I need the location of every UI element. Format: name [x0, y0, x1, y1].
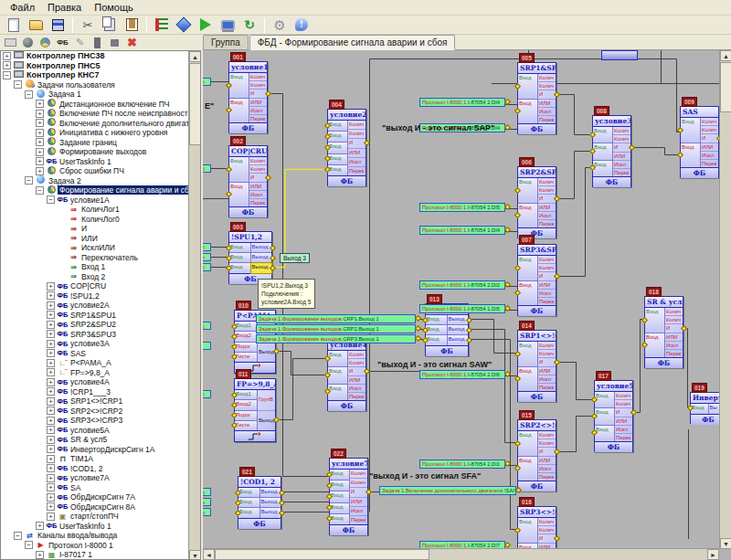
tree-item[interactable]: +ФБSR & усл5 [1, 435, 200, 445]
expand-plus-icon[interactable]: + [47, 493, 55, 502]
expand-plus-icon[interactable]: + [47, 474, 55, 482]
expand-plus-icon[interactable]: + [36, 551, 44, 559]
signal-ref-label[interactable]: Протокол I-8000 1.I-87054 1.DI4 [419, 226, 505, 235]
expand-plus-icon[interactable]: + [36, 522, 44, 530]
edge-signal-stub[interactable]: DI [203, 243, 211, 251]
tree-item[interactable]: +ФБИнверторДискрСигн 1А [1, 445, 200, 455]
tree-item[interactable]: +ФБSAS [1, 349, 200, 359]
tree-item[interactable]: +∟̄P<РАМА_А [1, 358, 200, 368]
tree-item[interactable]: +ФБUserTaskInfo 1 [1, 157, 200, 167]
expand-plus-icon[interactable]: + [47, 407, 55, 415]
expand-plus-icon[interactable]: + [47, 282, 55, 291]
tree-item[interactable]: +ФБSRP2&SPU2 [1, 320, 200, 330]
tree-item[interactable]: ⇒Переключатель [1, 253, 200, 263]
expand-plus-icon[interactable]: + [47, 502, 55, 511]
signal-ref-label[interactable]: Протокол I-8000 1.I-87054 2.DI4 [419, 98, 505, 107]
collapse-minus-icon[interactable]: − [3, 71, 11, 79]
fbd-block-008[interactable]: условие3АВходВходВходКоличКоличИИЛИИсклП… [592, 115, 631, 187]
tree-item[interactable]: ⇒КоличЛог0 [1, 215, 200, 225]
expand-plus-icon[interactable]: + [3, 52, 11, 60]
edge-signal-stub[interactable]: АІ [203, 390, 211, 398]
collapse-minus-icon[interactable]: − [36, 186, 44, 195]
expand-plus-icon[interactable]: + [47, 330, 55, 338]
signal-ref-label[interactable]: Задача 1.Формирование выходов.CRP1.Выход… [256, 314, 416, 323]
tree-item[interactable]: +ФБSRP1<>!CRP1 [1, 396, 200, 407]
fbd-block-022[interactable]: условие7АВходВходВходВходВходКоличКоличИ… [329, 458, 368, 535]
signal-ref-label[interactable]: Протокол I-8000 1.I-87054 1.DI5 [419, 304, 505, 313]
expand-plus-icon[interactable]: + [36, 119, 44, 127]
fbd-block-001[interactable]: условие1АВходВходКоличКоличИИЛИИсклПерек… [228, 61, 268, 133]
tree-item[interactable]: +ФБОбрДискрСигн 7А [1, 492, 200, 502]
expand-plus-icon[interactable]: + [36, 148, 44, 156]
tree-item[interactable]: +ФБусловие4А [1, 377, 200, 387]
collapse-minus-icon[interactable]: − [14, 80, 22, 89]
edge-signal-stub[interactable]: хо [203, 488, 211, 496]
signal-ref-label[interactable]: Задача 1.Формирование выходов.CRP2.Выход… [256, 324, 416, 333]
expand-plus-icon[interactable]: + [36, 157, 44, 165]
menu-item-2[interactable]: Помощь [88, 1, 140, 14]
tree-item[interactable]: ⇒И [1, 224, 200, 234]
signal-ref-label[interactable]: Задача 1.Включение дополнительного двига… [379, 486, 516, 495]
collapse-minus-icon[interactable]: − [25, 541, 33, 549]
fbd-block-004[interactable]: условие2АВходВходВходВходВходКоличКоличИ… [327, 109, 366, 186]
fbd-block-003[interactable]: !SPU1,2ВходВыходВходВыходВходВыходФБ [228, 231, 272, 284]
signal-ref-label[interactable]: Протокол I-8000 1.I-87054 2.DI1 [419, 460, 505, 469]
expand-plus-icon[interactable]: + [47, 340, 55, 348]
tree-item[interactable]: +ФБSRP3&SPU3 [1, 330, 200, 340]
tree-scrollbar[interactable]: ▲ ▼ [188, 51, 200, 560]
canvas-vscroll-thumb[interactable] [720, 62, 731, 112]
new-document-button[interactable] [4, 16, 24, 34]
tree-item[interactable]: −Задача 2 [1, 176, 200, 186]
fbd-block-условие4А[interactable]: условие4АВходВходВходКоличКоличИИЛИИсклП… [327, 339, 366, 411]
tree-item[interactable]: +ФБSRP1&SPU1 [1, 311, 200, 321]
fb-button[interactable]: ФБ [56, 37, 69, 48]
fbd-block-002[interactable]: COP|CRUВходВходКоличКоличИИЛИИсклПерекФБ [228, 145, 268, 217]
tree-item[interactable]: +Контроллер ПНС38 [1, 51, 200, 61]
tree-item[interactable]: ⇒ИЛИ [1, 234, 200, 244]
cut-button[interactable]: ✂ [78, 16, 98, 34]
copy-button[interactable] [100, 16, 120, 34]
dark-sphere-button[interactable] [21, 37, 35, 48]
tree-item[interactable]: ⇒КоличЛог1 [1, 205, 200, 215]
expand-plus-icon[interactable]: + [47, 301, 55, 310]
tree-item[interactable]: −▶Протокол I-8000 1 [1, 541, 200, 551]
expand-plus-icon[interactable]: + [36, 110, 44, 118]
expand-plus-icon[interactable]: + [36, 167, 44, 175]
signal-ref-label[interactable]: Задача 1.Формирование выходов.CRP3.Выход… [256, 334, 416, 343]
lock-button[interactable] [108, 37, 122, 48]
signal-ref-label[interactable]: Протокол I-8000 1.I-87054 2.DI6 [419, 370, 505, 379]
tree-item[interactable]: +▦I-87017 1 [1, 550, 200, 560]
steps-button[interactable] [152, 16, 172, 34]
expand-plus-icon[interactable]: + [47, 417, 55, 425]
expand-plus-icon[interactable]: + [47, 359, 55, 367]
expand-plus-icon[interactable]: + [47, 368, 55, 376]
expand-plus-icon[interactable]: + [47, 378, 55, 386]
fbd-block-021[interactable]: !COD1, 2ВходВыходВходВыходВходВыходФБ [238, 476, 281, 529]
tree-item[interactable]: +Включение дополнительного двигателя [1, 119, 200, 129]
tree-item[interactable]: +▣старт/стопПЧ [1, 512, 200, 522]
expand-plus-icon[interactable]: + [47, 397, 55, 406]
tree-item[interactable]: +∟̄FP=>9,8_А [1, 368, 200, 378]
fbd-block-018[interactable]: SR & усл5ВходВходКоличКоличИИЛИИсклПерек… [644, 296, 683, 368]
collapse-minus-icon[interactable]: − [25, 90, 33, 99]
tree-item[interactable]: +ФБSA [1, 483, 200, 493]
fbd-block-017[interactable]: условие5АВходВходВходКоличКоличИИЛИИсклП… [594, 380, 633, 452]
tree-scroll-up-icon[interactable]: ▲ [189, 51, 201, 62]
paste-button[interactable] [122, 16, 142, 34]
canvas-scroll-left-icon[interactable]: ◄ [203, 549, 215, 560]
fbd-block-005[interactable]: SRP1&SPUВходВходКоличКоличИИЛИИсклПерекФ… [517, 62, 556, 134]
menu-item-1[interactable]: Правка [41, 1, 88, 14]
expand-plus-icon[interactable]: + [36, 100, 44, 108]
collapse-minus-icon[interactable]: − [25, 176, 33, 185]
run-button[interactable] [196, 16, 216, 34]
monitor-button[interactable] [4, 37, 17, 48]
about-button[interactable]: ! [291, 16, 312, 34]
save-button[interactable] [48, 16, 68, 34]
signal-ref-label[interactable]: Протокол I-8000 1.I-87054 2.DI5 [419, 203, 505, 212]
edge-signal-stub[interactable]: DI [203, 253, 211, 261]
compile-button[interactable] [174, 16, 194, 34]
expand-plus-icon[interactable]: + [47, 321, 55, 329]
edge-signal-stub[interactable]: DI [203, 263, 211, 271]
edge-signal-stub[interactable]: хо [203, 498, 211, 506]
fbd-block-007[interactable]: SRP3&SPUВходВходКоличКоличИИЛИИсклПерекФ… [517, 244, 556, 316]
